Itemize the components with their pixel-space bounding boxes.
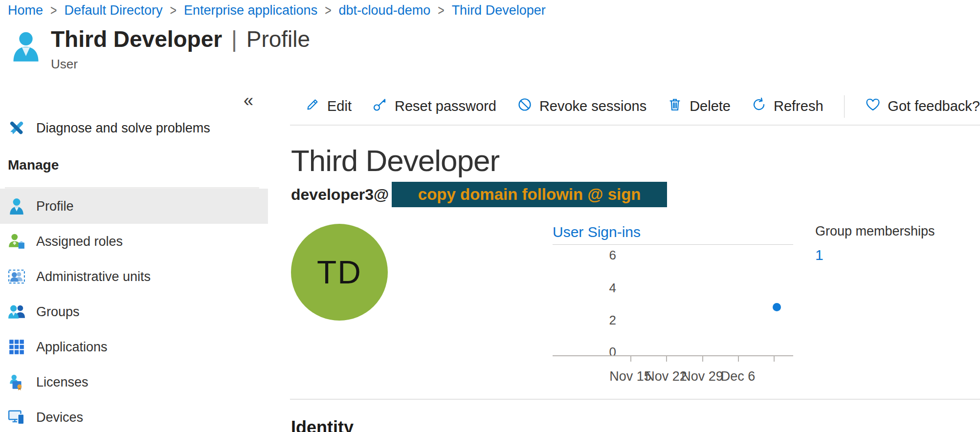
sidebar-item-label: Licenses <box>36 375 89 390</box>
group-memberships-card: Group memberships 1 <box>815 224 935 263</box>
profile-person-icon <box>8 197 25 215</box>
sidebar-item-label: Administrative units <box>36 269 151 284</box>
pencil-icon <box>305 97 320 116</box>
breadcrumb: Home > Default Directory > Enterprise ap… <box>8 3 546 18</box>
user-display-name: Third Developer <box>291 143 499 178</box>
x-axis-line <box>553 355 793 356</box>
edit-button[interactable]: Edit <box>305 97 352 116</box>
diagnose-tools-icon <box>8 119 25 137</box>
breadcrumb-dbt-cloud-demo[interactable]: dbt-cloud-demo <box>339 3 431 18</box>
got-feedback-label: Got feedback? <box>888 98 980 114</box>
email-prefix: developer3@ <box>291 186 389 204</box>
x-axis-label: Dec 6 <box>721 369 756 384</box>
x-axis-tickmark <box>702 356 703 362</box>
sign-ins-data-point <box>773 303 781 311</box>
applications-grid-icon <box>8 338 25 356</box>
page-title-divider: | <box>228 26 240 52</box>
heart-icon <box>865 97 881 116</box>
refresh-button[interactable]: Refresh <box>751 97 824 116</box>
sidebar-nav: Profile Assigned roles <box>0 189 268 432</box>
sidebar-item-diagnose[interactable]: Diagnose and solve problems <box>0 113 268 143</box>
sidebar-item-administrative-units[interactable]: Administrative units <box>0 259 268 294</box>
command-bar: Edit Reset password Revoke sessions <box>290 88 980 126</box>
identity-section-heading: Identity <box>291 417 354 432</box>
chevron-right-icon: > <box>169 2 178 19</box>
user-principal-name-row: developer3@ copy domain followin @ sign <box>291 182 667 207</box>
refresh-label: Refresh <box>774 98 824 114</box>
y-axis-tick: 6 <box>553 248 616 263</box>
edit-label: Edit <box>327 98 352 114</box>
avatar: TD <box>291 224 388 321</box>
sidebar-item-label: Diagnose and solve problems <box>36 121 210 136</box>
redaction-annotation: copy domain followin @ sign <box>392 182 667 207</box>
breadcrumb-enterprise-applications[interactable]: Enterprise applications <box>184 3 317 18</box>
group-memberships-count-link[interactable]: 1 <box>815 247 824 263</box>
breadcrumb-default-directory[interactable]: Default Directory <box>64 3 162 18</box>
x-axis-label: Nov 29 <box>681 369 723 384</box>
sidebar-section-manage: Manage <box>8 157 59 173</box>
chevron-right-icon: > <box>437 2 445 19</box>
revoke-sessions-label: Revoke sessions <box>539 98 646 114</box>
sidebar-item-applications[interactable]: Applications <box>0 329 268 365</box>
group-memberships-label: Group memberships <box>815 224 935 239</box>
collapse-menu-button[interactable]: « <box>244 92 253 109</box>
reset-password-label: Reset password <box>395 98 496 114</box>
sidebar-item-assigned-roles[interactable]: Assigned roles <box>0 224 268 259</box>
azure-user-profile-page: Home > Default Directory > Enterprise ap… <box>0 0 980 432</box>
sidebar-item-label: Groups <box>36 304 80 320</box>
page-title: Third Developer | Profile <box>51 25 310 53</box>
trash-icon <box>667 97 683 116</box>
breadcrumb-home[interactable]: Home <box>8 3 43 18</box>
chevron-right-icon: > <box>49 2 58 19</box>
user-sign-ins-chart: User Sign-ins 6 4 2 0 Nov 15 Nov 22 Nov … <box>553 224 793 356</box>
sidebar-item-devices[interactable]: Devices <box>0 400 268 432</box>
devices-icon <box>8 409 25 426</box>
sidebar-item-groups[interactable]: Groups <box>0 294 268 329</box>
sidebar-item-label: Profile <box>36 199 74 214</box>
groups-icon <box>8 303 25 321</box>
sidebar-item-licenses[interactable]: Licenses <box>0 365 268 400</box>
administrative-units-icon <box>8 268 25 285</box>
page-header: Third Developer | Profile User <box>11 25 310 72</box>
x-axis-tickmark <box>630 356 631 362</box>
sidebar-item-label: Applications <box>36 340 108 355</box>
revoke-sessions-button[interactable]: Revoke sessions <box>517 97 646 116</box>
breadcrumb-third-developer[interactable]: Third Developer <box>452 3 546 18</box>
y-axis-tick: 0 <box>553 345 616 360</box>
page-title-view: Profile <box>246 26 310 52</box>
toolbar-divider <box>844 95 845 118</box>
y-axis-tick: 4 <box>553 281 616 296</box>
delete-label: Delete <box>690 98 731 114</box>
delete-button[interactable]: Delete <box>667 97 731 116</box>
refresh-icon <box>751 97 767 116</box>
key-icon <box>372 97 388 116</box>
reset-password-button[interactable]: Reset password <box>372 97 496 116</box>
user-avatar-icon <box>11 30 41 63</box>
y-axis-tick: 2 <box>553 313 616 328</box>
chevron-right-icon: > <box>324 2 332 19</box>
chart-plot-area: 6 4 2 0 Nov 15 Nov 22 Nov 29 Dec 6 <box>553 245 793 356</box>
sidebar: « Diagnose and solve problems Manage <box>0 68 268 432</box>
x-axis-tickmark <box>774 356 775 362</box>
assigned-roles-icon <box>8 233 25 250</box>
x-axis-tickmark <box>666 356 667 362</box>
x-axis-tickmark <box>738 356 739 362</box>
sidebar-divider <box>5 188 259 188</box>
sidebar-item-label: Assigned roles <box>36 234 123 249</box>
block-icon <box>517 97 533 116</box>
got-feedback-button[interactable]: Got feedback? <box>865 97 980 116</box>
page-title-name: Third Developer <box>51 26 222 52</box>
section-divider <box>290 399 980 400</box>
sidebar-item-profile[interactable]: Profile <box>0 189 268 224</box>
sidebar-item-label: Devices <box>36 410 83 425</box>
chart-title-link[interactable]: User Sign-ins <box>553 224 793 245</box>
x-axis-label: Nov 22 <box>645 369 687 384</box>
licenses-icon <box>8 373 25 391</box>
